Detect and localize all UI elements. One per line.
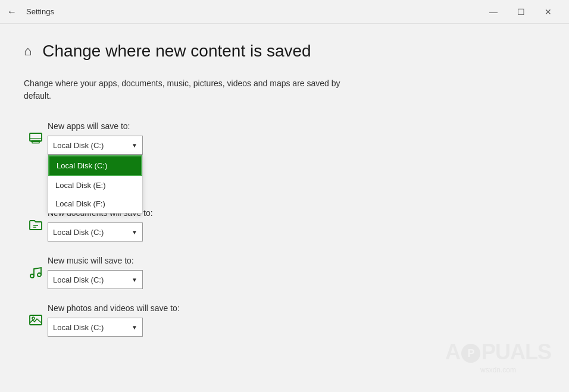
section-apps: New apps will save to: Local Disk (C:) ▼… xyxy=(24,121,545,155)
apps-section-content: New apps will save to: Local Disk (C:) ▼… xyxy=(48,121,545,155)
photos-section-content: New photos and videos will save to: Loca… xyxy=(48,303,545,337)
dropdown-option-c[interactable]: Local Disk (C:) xyxy=(48,155,142,176)
section-music: New music will save to: Local Disk (C:) … xyxy=(24,256,545,289)
apps-icon xyxy=(24,131,48,145)
watermark-url: wsxdn.com xyxy=(445,366,551,374)
minimize-button[interactable]: — xyxy=(480,0,507,24)
music-section-content: New music will save to: Local Disk (C:) … xyxy=(48,256,545,289)
apps-dropdown-arrow: ▼ xyxy=(132,142,137,149)
svg-rect-4 xyxy=(32,140,40,141)
apps-dropdown-popup: Local Disk (C:) Local Disk (E:) Local Di… xyxy=(48,155,143,214)
photos-label: New photos and videos will save to: xyxy=(48,303,545,313)
photos-dropdown-value: Local Disk (C:) xyxy=(53,323,104,332)
back-button[interactable]: ← xyxy=(7,7,17,17)
maximize-button[interactable]: ☐ xyxy=(507,0,534,24)
documents-icon xyxy=(24,218,48,232)
home-icon: ⌂ xyxy=(24,43,32,59)
apps-dropdown-value: Local Disk (C:) xyxy=(53,141,104,150)
main-content: ⌂ Change where new content is saved Chan… xyxy=(0,24,569,369)
photos-icon xyxy=(24,313,48,327)
documents-dropdown[interactable]: Local Disk (C:) ▼ xyxy=(48,222,143,242)
close-button[interactable]: ✕ xyxy=(534,0,562,24)
music-dropdown-value: Local Disk (C:) xyxy=(53,275,104,284)
music-label: New music will save to: xyxy=(48,256,545,265)
svg-point-10 xyxy=(32,317,35,319)
apps-label: New apps will save to: xyxy=(48,121,545,131)
watermark: A P PUALS wsxdn.com xyxy=(445,340,551,374)
page-title: Change where new content is saved xyxy=(42,42,311,61)
window-controls: — ☐ ✕ xyxy=(480,0,562,24)
apps-dropdown[interactable]: Local Disk (C:) ▼ xyxy=(48,136,143,155)
title-bar-label: Settings xyxy=(26,7,480,16)
photos-dropdown[interactable]: Local Disk (C:) ▼ xyxy=(48,318,143,337)
documents-dropdown-arrow: ▼ xyxy=(132,229,137,236)
description-text: Change where your apps, documents, music… xyxy=(24,77,345,102)
documents-dropdown-value: Local Disk (C:) xyxy=(53,228,104,237)
svg-text:P: P xyxy=(467,347,474,359)
photos-dropdown-arrow: ▼ xyxy=(132,324,137,331)
dropdown-option-f[interactable]: Local Disk (F:) xyxy=(48,195,142,213)
music-dropdown[interactable]: Local Disk (C:) ▼ xyxy=(48,270,143,289)
title-bar: ← Settings — ☐ ✕ xyxy=(0,0,569,24)
music-icon xyxy=(24,265,48,280)
section-photos: New photos and videos will save to: Loca… xyxy=(24,303,545,337)
svg-point-7 xyxy=(30,274,34,278)
music-dropdown-arrow: ▼ xyxy=(132,277,137,283)
dropdown-option-e[interactable]: Local Disk (E:) xyxy=(48,176,142,195)
page-header: ⌂ Change where new content is saved xyxy=(24,42,545,61)
